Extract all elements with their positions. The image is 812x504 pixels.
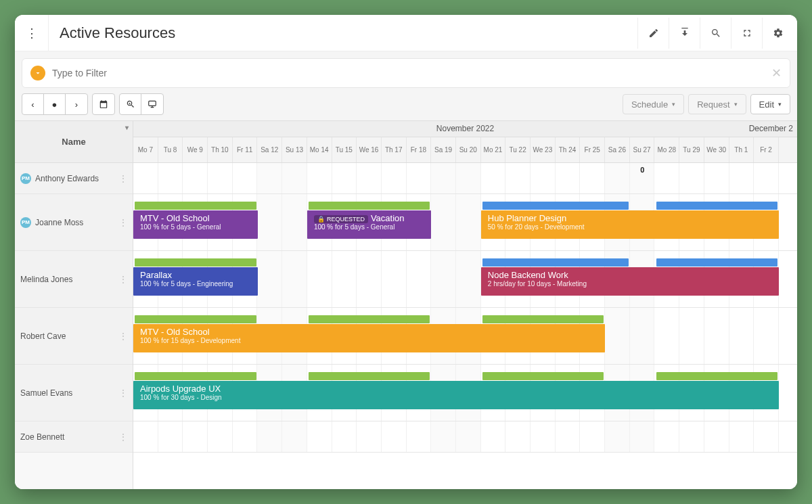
search-icon[interactable] — [700, 18, 731, 49]
track-row[interactable]: MTV - Old School100 % for 15 days - Deve… — [133, 308, 797, 365]
header: ⋮ Active Resources — [15, 15, 797, 51]
booking-bar[interactable]: Airpods Upgrade UX100 % for 30 days - De… — [133, 381, 779, 409]
row-menu-icon[interactable]: ⋮ — [119, 432, 127, 442]
availability-segment — [482, 315, 604, 323]
booking-bar[interactable]: Hub Planner Design50 % for 20 days - Dev… — [481, 210, 779, 239]
download-icon[interactable] — [669, 18, 700, 49]
resource-name: Zoe Bennett — [20, 432, 64, 442]
request-label: Request — [697, 99, 729, 110]
edit-dropdown[interactable]: Edit▾ — [750, 94, 790, 114]
resource-row[interactable]: Robert Cave⋮ — [15, 308, 133, 365]
resource-row[interactable]: Zoe Bennett⋮ — [15, 421, 133, 453]
filter-input[interactable] — [52, 68, 771, 78]
availability-segment — [656, 258, 778, 267]
booking-subtitle: 2 hrs/day for 10 days - Marketing — [488, 280, 772, 288]
day-cell: We 30 — [704, 137, 729, 162]
month-label-dec: December 2 — [749, 124, 793, 133]
day-cell: Fr 11 — [233, 137, 258, 162]
resource-row[interactable]: Samuel Evans⋮ — [15, 365, 133, 421]
row-menu-icon[interactable]: ⋮ — [119, 388, 127, 398]
booking-subtitle: 100 % for 5 days - Engineering — [140, 280, 251, 288]
day-cell: Th 24 — [556, 137, 581, 162]
filter-expand-icon[interactable] — [30, 66, 45, 81]
availability-segment — [135, 315, 256, 323]
next-button[interactable]: › — [66, 94, 87, 114]
zoom-group — [119, 93, 164, 115]
booking-title: Parallax — [140, 270, 251, 280]
day-cell: Mo 7 — [133, 137, 158, 162]
settings-gear-icon[interactable] — [762, 18, 793, 49]
booking-bar[interactable]: Node Backend Work2 hrs/day for 10 days -… — [481, 267, 779, 296]
booking-bar[interactable]: MTV - Old School100 % for 15 days - Deve… — [133, 324, 605, 352]
day-cell: Tu 15 — [332, 137, 357, 162]
menu-dots-button[interactable]: ⋮ — [15, 15, 49, 51]
track-row[interactable] — [133, 421, 797, 453]
track-row[interactable]: Parallax100 % for 5 days - EngineeringNo… — [133, 251, 797, 308]
filter-bar: ✕ — [22, 58, 790, 88]
day-cell: Mo 28 — [654, 137, 679, 162]
booking-title: 🔒 REQUESTEDVacation — [314, 213, 425, 223]
display-icon[interactable] — [141, 94, 163, 114]
availability-segment — [135, 202, 256, 210]
day-cell: Mo 21 — [481, 137, 506, 162]
edit-pencil-icon[interactable] — [637, 18, 669, 49]
booking-subtitle: 100 % for 15 days - Development — [140, 337, 598, 344]
track-row[interactable]: 0 — [133, 163, 797, 194]
day-cell: Sa 19 — [431, 137, 456, 162]
availability-segment — [656, 372, 778, 380]
row-menu-icon[interactable]: ⋮ — [119, 218, 127, 227]
availability-segment — [482, 372, 604, 380]
availability-segment — [482, 258, 629, 267]
track-row[interactable]: MTV - Old School100 % for 5 days - Gener… — [133, 194, 797, 251]
booking-title: Airpods Upgrade UX — [140, 384, 772, 394]
resource-row[interactable]: Melinda Jones⋮ — [15, 251, 133, 308]
track-row[interactable]: Airpods Upgrade UX100 % for 30 days - De… — [133, 365, 797, 421]
request-dropdown[interactable]: Request▾ — [688, 94, 746, 114]
pm-badge: PM — [20, 217, 31, 228]
day-cell: Mo 14 — [307, 137, 332, 162]
prev-button[interactable]: ‹ — [22, 94, 44, 114]
calendar-icon[interactable] — [93, 94, 114, 114]
row-menu-icon[interactable]: ⋮ — [119, 275, 127, 284]
booking-bar[interactable]: Parallax100 % for 5 days - Engineering — [133, 267, 258, 296]
resource-name: Joanne Moss — [35, 218, 83, 227]
availability-segment — [309, 315, 430, 323]
filter-clear-icon[interactable]: ✕ — [771, 66, 782, 81]
day-cell: Sa 12 — [257, 137, 282, 162]
day-cell: Su 20 — [456, 137, 481, 162]
day-cell: We 9 — [183, 137, 208, 162]
row-menu-icon[interactable]: ⋮ — [119, 331, 127, 341]
page-title: Active Resources — [49, 24, 637, 42]
day-cell: Th 17 — [382, 137, 407, 162]
zoom-in-icon[interactable] — [120, 94, 141, 114]
timeline-grid[interactable]: November 2022 December 2 Mo 7Tu 8We 9Th … — [133, 121, 797, 489]
booking-bar[interactable]: 🔒 REQUESTEDVacation100 % for 5 days - Ge… — [307, 210, 432, 239]
view-group — [92, 93, 115, 115]
availability-segment — [135, 372, 256, 380]
month-header: November 2022 December 2 — [133, 121, 797, 137]
schedule-label: Schedule — [631, 99, 668, 110]
resource-row[interactable]: PMJoanne Moss⋮ — [15, 194, 133, 251]
today-button[interactable]: ● — [44, 94, 66, 114]
booking-title: MTV - Old School — [140, 327, 598, 337]
fullscreen-icon[interactable] — [731, 18, 762, 49]
row-menu-icon[interactable]: ⋮ — [119, 174, 127, 183]
resource-row[interactable]: PMAnthony Edwards⋮ — [15, 163, 133, 194]
day-cell: We 16 — [357, 137, 382, 162]
booking-bar[interactable]: MTV - Old School100 % for 5 days - Gener… — [133, 210, 258, 239]
day-cell: Su 13 — [282, 137, 307, 162]
month-label-nov: November 2022 — [436, 124, 494, 133]
column-expand-icon[interactable]: ▾ — [125, 124, 129, 131]
day-cell: Sa 26 — [605, 137, 630, 162]
day-cell: Tu 29 — [679, 137, 704, 162]
schedule-dropdown[interactable]: Schedule▾ — [623, 94, 684, 114]
availability-segment — [482, 202, 629, 210]
scheduler: ▾ Name PMAnthony Edwards⋮PMJoanne Moss⋮M… — [15, 120, 797, 489]
zero-marker: 0 — [640, 166, 644, 174]
day-cell: Fr 25 — [580, 137, 605, 162]
booking-subtitle: 100 % for 5 days - General — [140, 223, 251, 231]
pm-badge: PM — [20, 173, 31, 184]
availability-segment — [656, 202, 778, 210]
day-cell: We 23 — [531, 137, 556, 162]
resource-name: Anthony Edwards — [35, 174, 99, 183]
